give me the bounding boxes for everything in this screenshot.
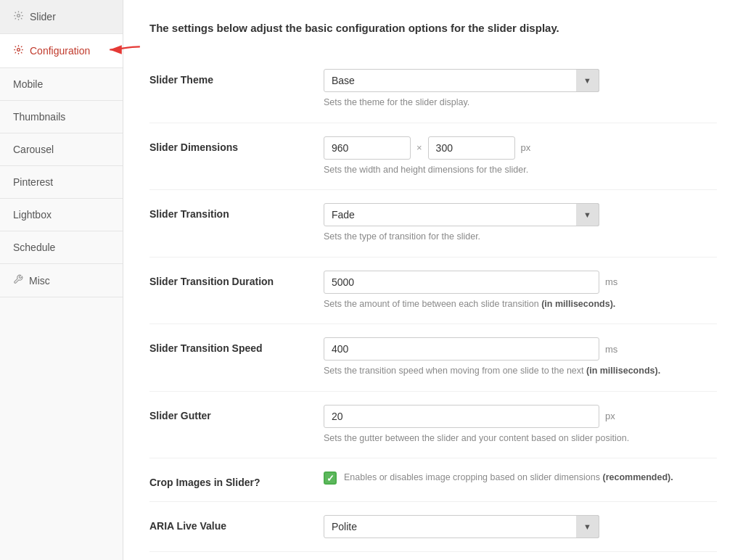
aria-live-select[interactable]: Polite Assertive Off <box>324 515 599 538</box>
dimension-inputs: × px <box>324 136 717 160</box>
setting-control-transition-duration: ms Sets the amount of time between each … <box>324 271 717 311</box>
setting-control-slider-gutter: px Sets the gutter between the slider an… <box>324 405 717 445</box>
crop-images-checkbox-row: Enables or disables image cropping based… <box>324 472 717 485</box>
main-content: The settings below adjust the basic conf… <box>123 0 743 560</box>
gutter-input-row: px <box>324 405 717 428</box>
setting-control-slider-dimensions: × px Sets the width and height dimension… <box>324 136 717 177</box>
sidebar-item-configuration-label: Configuration <box>30 45 90 57</box>
setting-aria-live: ARIA Live Value Polite Assertive Off ▼ <box>149 502 717 552</box>
svg-point-0 <box>17 15 20 17</box>
sidebar-item-configuration[interactable]: Configuration <box>0 34 123 68</box>
sidebar-item-mobile[interactable]: Mobile <box>0 68 123 101</box>
setting-label-aria-live: ARIA Live Value <box>149 515 324 532</box>
aria-live-select-wrapper: Polite Assertive Off ▼ <box>324 515 599 538</box>
sidebar-item-lightbox-label: Lightbox <box>13 209 52 221</box>
sidebar-item-thumbnails[interactable]: Thumbnails <box>0 101 123 133</box>
sidebar-item-lightbox[interactable]: Lightbox <box>0 199 123 231</box>
setting-slider-dimensions: Slider Dimensions × px Sets the width an… <box>149 123 717 191</box>
gear-red-icon <box>13 44 24 57</box>
sidebar-item-misc[interactable]: Misc <box>0 264 123 297</box>
setting-label-slider-dimensions: Slider Dimensions <box>149 136 324 153</box>
sidebar-item-misc-label: Misc <box>29 275 50 287</box>
sidebar-item-mobile-label: Mobile <box>13 78 43 90</box>
setting-desc-transition-speed: Sets the transition speed when moving fr… <box>324 365 717 378</box>
gutter-unit-label: px <box>605 411 615 421</box>
dimensions-unit-label: px <box>521 142 531 153</box>
sidebar-item-carousel-label: Carousel <box>13 144 54 155</box>
slider-theme-select-wrapper: Base Dark Light ▼ <box>324 69 599 92</box>
slider-theme-select[interactable]: Base Dark Light <box>324 69 599 92</box>
sidebar-item-slider[interactable]: Slider <box>0 0 123 34</box>
sidebar-item-pinterest-label: Pinterest <box>13 176 53 188</box>
setting-desc-slider-dimensions: Sets the width and height dimensions for… <box>324 164 717 177</box>
dimension-separator: × <box>416 142 422 153</box>
duration-unit-label: ms <box>605 276 617 287</box>
wrench-icon <box>13 274 23 287</box>
setting-crop-images: Crop Images in Slider? Enables or disabl… <box>149 458 717 502</box>
slider-transition-select[interactable]: Fade Slide Zoom <box>324 203 599 226</box>
setting-control-slider-transition: Fade Slide Zoom ▼ Sets the type of trans… <box>324 203 717 244</box>
sidebar-item-pinterest[interactable]: Pinterest <box>0 166 123 199</box>
slider-gutter-input[interactable] <box>324 405 599 428</box>
setting-transition-duration: Slider Transition Duration ms Sets the a… <box>149 258 717 325</box>
gear-icon <box>13 10 24 23</box>
transition-speed-input[interactable] <box>324 337 599 361</box>
crop-images-checkbox[interactable] <box>324 472 337 485</box>
arrow-indicator <box>107 39 143 63</box>
setting-label-slider-transition: Slider Transition <box>149 203 324 220</box>
setting-label-slider-gutter: Slider Gutter <box>149 405 324 421</box>
setting-desc-slider-gutter: Sets the gutter between the slider and y… <box>324 432 717 445</box>
page-description: The settings below adjust the basic conf… <box>149 20 717 36</box>
setting-slider-transition: Slider Transition Fade Slide Zoom ▼ Sets… <box>149 190 717 258</box>
sidebar-item-schedule[interactable]: Schedule <box>0 231 123 264</box>
slider-transition-select-wrapper: Fade Slide Zoom ▼ <box>324 203 599 226</box>
sidebar-item-thumbnails-label: Thumbnails <box>13 111 65 123</box>
setting-desc-slider-theme: Sets the theme for the slider display. <box>324 96 717 110</box>
crop-images-desc: Enables or disables image cropping based… <box>344 472 673 485</box>
setting-control-slider-theme: Base Dark Light ▼ Sets the theme for the… <box>324 69 717 110</box>
setting-control-crop-images: Enables or disables image cropping based… <box>324 472 717 485</box>
sidebar: Slider Configuration <box>0 0 123 560</box>
sidebar-item-carousel[interactable]: Carousel <box>0 133 123 166</box>
slider-width-input[interactable] <box>324 136 411 160</box>
setting-label-slider-theme: Slider Theme <box>149 69 324 86</box>
setting-control-transition-speed: ms Sets the transition speed when moving… <box>324 337 717 378</box>
setting-transition-speed: Slider Transition Speed ms Sets the tran… <box>149 324 717 392</box>
transition-duration-input[interactable] <box>324 271 599 294</box>
svg-point-1 <box>17 49 20 52</box>
setting-slider-theme: Slider Theme Base Dark Light ▼ Sets the … <box>149 56 717 123</box>
setting-label-transition-duration: Slider Transition Duration <box>149 271 324 287</box>
setting-label-transition-speed: Slider Transition Speed <box>149 337 324 354</box>
sidebar-item-slider-label: Slider <box>30 11 56 22</box>
sidebar-item-schedule-label: Schedule <box>13 242 55 253</box>
setting-desc-transition-duration: Sets the amount of time between each sli… <box>324 298 717 311</box>
setting-label-crop-images: Crop Images in Slider? <box>149 472 324 488</box>
speed-input-row: ms <box>324 337 717 361</box>
app-wrapper: Slider Configuration <box>0 0 743 560</box>
speed-unit-label: ms <box>605 344 617 355</box>
setting-control-aria-live: Polite Assertive Off ▼ <box>324 515 717 538</box>
setting-slider-gutter: Slider Gutter px Sets the gutter between… <box>149 392 717 459</box>
slider-height-input[interactable] <box>428 136 515 160</box>
setting-desc-slider-transition: Sets the type of transition for the slid… <box>324 231 717 244</box>
duration-input-row: ms <box>324 271 717 294</box>
